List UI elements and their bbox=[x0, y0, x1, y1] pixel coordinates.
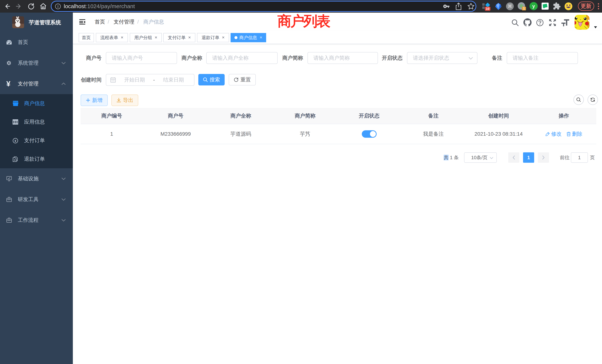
svg-text:1: 1 bbox=[523, 7, 525, 10]
svg-text:⌘: ⌘ bbox=[508, 4, 512, 9]
svg-text:10: 10 bbox=[486, 7, 490, 11]
svg-text:y: y bbox=[532, 3, 535, 9]
svg-text:¥: ¥ bbox=[14, 139, 16, 143]
